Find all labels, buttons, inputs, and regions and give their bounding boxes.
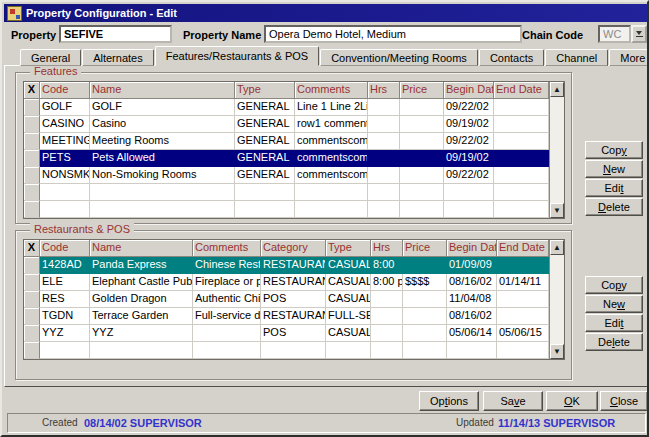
cell: 08/16/02 [447,308,497,325]
ok-button[interactable]: OK [546,391,598,411]
features-new-button[interactable]: New [585,160,643,178]
features-column-header-end-date: End Date [494,82,549,99]
cell [235,184,295,201]
features-row-golf[interactable]: GOLFGOLFGENERALLine 1 Line 2Line09/22/02 [24,99,564,116]
features-row-pets[interactable]: PETSPets AllowedGENERALcommentscomme09/1… [24,150,564,167]
restaurants-table: XCodeNameCommentsCategoryTypeHrsPriceBeg… [23,239,565,360]
property-input[interactable] [59,25,172,43]
cell: Panda Express [90,257,193,274]
cell: RES [40,291,90,308]
features-copy-button[interactable]: Copy [585,141,643,159]
cell: MEETING [40,133,90,150]
features-column-header-price: Price [400,82,444,99]
restaurants-row-yyz[interactable]: YYZYYZPOSCASUAL D05/06/1405/06/15 [24,325,564,342]
tab-contacts[interactable]: Contacts [479,49,544,66]
tab-more[interactable]: More [609,49,649,66]
cell: RESTAURANT [261,274,326,291]
features-header-row: XCodeNameTypeCommentsHrsPriceBegin DateE… [24,82,564,99]
restaurants-empty-row [24,342,564,359]
cell: Pets Allowed [90,150,235,167]
cell [447,342,497,359]
row-selector-cell [24,308,40,325]
features-row-casino[interactable]: CASINOCasinoGENERALrow1 comments o09/19/… [24,116,564,133]
restaurants-group-label: Restaurants & POS [30,223,134,235]
cell: 8:00 [371,257,403,274]
features-scroll-up-button[interactable]: ▲ [550,82,564,97]
close-button[interactable]: Close [600,391,648,411]
features-scroll-down-button[interactable]: ▼ [550,203,564,218]
restaurants-edit-button[interactable]: Edit [585,314,643,332]
property-name-input[interactable] [264,25,522,43]
cell [403,342,447,359]
updated-label: Updated [456,417,494,428]
cell: NONSMKING [40,167,90,184]
tab-convention-meeting-rooms[interactable]: Convention/Meeting Rooms [320,49,478,66]
cell [444,201,494,218]
cell [371,291,403,308]
restaurants-column-header-name: Name [90,240,193,257]
cell [444,184,494,201]
cell [90,342,193,359]
features-column-header-begin-date: Begin Date [444,82,494,99]
cell [400,184,444,201]
cell [193,325,261,342]
cell: YYZ [40,325,90,342]
restaurants-row-tgdn[interactable]: TGDNTerrace GardenFull-service dininREST… [24,308,564,325]
cell: Chinese Restau [193,257,261,274]
options-button[interactable]: Options [419,391,479,411]
restaurants-row-1428ad[interactable]: 1428ADPanda ExpressChinese RestauRESTAUR… [24,257,564,274]
features-group-label: Features [30,65,81,77]
tab-general[interactable]: General [20,49,81,66]
tab-channel[interactable]: Channel [545,49,608,66]
footer-button-bar: OptionsSaveOKClose [2,391,649,411]
restaurants-scroll-down-button[interactable]: ▼ [550,344,564,359]
tab-alternates[interactable]: Alternates [82,49,154,66]
cell: 01/09/09 [447,257,497,274]
features-edit-button[interactable]: Edit [585,179,643,197]
restaurants-new-button[interactable]: New [585,295,643,313]
cell: Elephant Castle Pub [90,274,193,291]
cell: 8:00 pm [371,274,403,291]
features-row-nonsmking[interactable]: NONSMKINGNon-Smoking RoomsGENERALcomment… [24,167,564,184]
restaurants-column-header-begin-date: Begin Date [447,240,497,257]
cell [400,99,444,116]
tab-bar: GeneralAlternatesFeatures/Restaurants & … [20,46,649,66]
row-selector-cell [24,99,40,116]
restaurants-scrollbar[interactable]: ▲▼ [549,240,564,359]
restaurants-copy-button[interactable]: Copy [585,276,643,294]
restaurants-delete-button[interactable]: Delete [585,333,643,351]
cell [261,342,326,359]
restaurants-row-ele[interactable]: ELEElephant Castle PubFireplace or patRE… [24,274,564,291]
cell: Line 1 Line 2Line [295,99,368,116]
features-column-header-x: X [24,82,40,99]
property-label: Property [11,29,56,41]
restaurants-scroll-up-button[interactable]: ▲ [550,240,564,255]
chain-code-input[interactable] [598,25,631,43]
restaurants-column-header-price: Price [403,240,447,257]
features-column-header-name: Name [90,82,235,99]
save-button[interactable]: Save [483,391,543,411]
row-selector-cell [24,133,40,150]
cell: POS [261,291,326,308]
cell [235,201,295,218]
cell [400,116,444,133]
features-scrollbar[interactable]: ▲▼ [549,82,564,218]
chain-code-lov-button[interactable] [631,25,647,43]
cell: GENERAL [235,150,295,167]
cell [494,201,549,218]
features-delete-button[interactable]: Delete [585,198,643,216]
restaurants-row-res[interactable]: RESGolden DragonAuthentic ChinesPOSCASUA… [24,291,564,308]
cell: RESTAURANT [261,308,326,325]
cell: commentscomme [295,133,368,150]
tab-features-restaurants-pos[interactable]: Features/Restaurants & POS [155,46,319,66]
cell: FULL-SER [326,308,371,325]
cell [494,167,549,184]
restaurants-column-header-hrs: Hrs [371,240,403,257]
cell [371,342,403,359]
row-selector-cell [24,257,40,274]
cell: Golden Dragon [90,291,193,308]
restaurants-column-header-category: Category [261,240,326,257]
cell [400,201,444,218]
cell: 05/06/15 [497,325,549,342]
features-row-meeting[interactable]: MEETINGMeeting RoomsGENERALcommentscomme… [24,133,564,150]
